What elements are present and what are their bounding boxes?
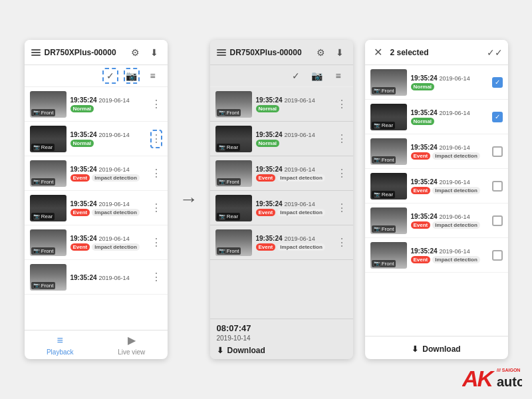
- file-item[interactable]: 📷 Rear 19:35:24 2019-06-14 Normal ⋮: [210, 122, 353, 156]
- file-item[interactable]: 📷 Front 19:35:24 2019-06-14 Event Impact…: [365, 134, 508, 169]
- file-item[interactable]: 📷 Front 19:35:24 2019-06-14 Normal ✓: [365, 65, 508, 100]
- file-time: 19:35:24: [256, 131, 283, 138]
- more-button[interactable]: ⋮: [150, 199, 162, 217]
- tag-impact: Impact detection: [432, 187, 480, 194]
- nav-playback[interactable]: ≡ Playback: [25, 331, 96, 359]
- panel3-download-label: Download: [422, 344, 460, 354]
- thumb-label: 📷 Rear: [31, 144, 55, 151]
- thumb-label: 📷 Front: [217, 109, 241, 116]
- tags: Event Impact detection: [411, 221, 488, 229]
- download-button[interactable]: ⬇ Download: [217, 346, 346, 355]
- hamburger-icon[interactable]: [31, 49, 41, 56]
- checkbox[interactable]: ✓: [492, 77, 503, 88]
- thumb-label: 📷 Rear: [31, 213, 55, 220]
- checkbox[interactable]: ✓: [492, 112, 503, 122]
- liveview-label: Live view: [118, 348, 145, 356]
- file-date: 2019-06-14: [285, 132, 315, 138]
- thumbnail: 📷 Front: [215, 91, 252, 118]
- tags: Normal: [256, 140, 332, 147]
- tag-normal: Normal: [256, 105, 280, 112]
- file-item[interactable]: 📷 Front 19:35:24 2019-06-14 Event Impact…: [365, 238, 508, 273]
- file-item[interactable]: 📷 Front 19:35:24 2019-06-14 ⋮: [25, 260, 168, 295]
- download-icon[interactable]: ⬇: [148, 46, 161, 59]
- checkbox[interactable]: [492, 215, 503, 226]
- more-button[interactable]: ⋮: [150, 164, 162, 183]
- file-item[interactable]: 📷 Front 19:35:24 2019-06-14 Normal ⋮: [210, 87, 353, 122]
- panel2-file-list: 📷 Front 19:35:24 2019-06-14 Normal ⋮ 📷 R…: [210, 87, 353, 319]
- file-info: 19:35:24 2019-06-14 Normal: [70, 130, 146, 147]
- file-item[interactable]: 📷 Rear 19:35:24 2019-06-14 Event Impact …: [365, 169, 508, 203]
- tags: Event Impact detection: [411, 187, 488, 194]
- more-button[interactable]: ⋮: [336, 199, 348, 217]
- more-button[interactable]: ⋮: [150, 130, 162, 148]
- more-button[interactable]: ⋮: [150, 268, 162, 287]
- tag-normal: Normal: [70, 140, 94, 147]
- file-date: 2019-06-14: [285, 166, 315, 173]
- thumbnail: 📷 Rear: [370, 173, 407, 200]
- tag-impact: Impact detection: [432, 221, 480, 229]
- checkbox[interactable]: [492, 181, 503, 192]
- tag-event: Event: [411, 187, 431, 194]
- settings-icon[interactable]: ⚙: [315, 46, 328, 59]
- file-item[interactable]: 📷 Rear 19:35:24 2019-06-14 Normal ⋮: [25, 122, 168, 156]
- file-item[interactable]: 📷 Rear 19:35:24 2019-06-14 Event Impact …: [25, 191, 168, 225]
- bottom-nav: ≡ Playback ▶ Live view: [25, 330, 168, 359]
- more-button[interactable]: ⋮: [150, 95, 162, 114]
- tags: Normal: [411, 83, 488, 90]
- tags: Event Impact detection: [411, 152, 488, 160]
- more-button[interactable]: ⋮: [336, 233, 348, 252]
- playback-icon: ≡: [57, 334, 63, 346]
- file-item[interactable]: 📷 Rear 19:35:24 2019-06-14 Normal ✓: [365, 100, 508, 134]
- tag-event: Event: [70, 243, 90, 251]
- file-time: 19:35:24: [256, 200, 283, 207]
- close-icon[interactable]: ✕: [372, 46, 385, 59]
- file-item[interactable]: 📷 Front 19:35:24 2019-06-14 Event Impact…: [25, 225, 168, 260]
- panel3-download-button[interactable]: ⬇ Download: [412, 344, 460, 354]
- file-info: 19:35:24 2019-06-14 Normal: [256, 96, 332, 112]
- file-info: 19:35:24 2019-06-14 Event Impact detecti…: [411, 247, 488, 263]
- more-button[interactable]: ⋮: [150, 233, 162, 252]
- more-button[interactable]: ⋮: [336, 130, 348, 148]
- thumb-label: 📷 Front: [31, 109, 56, 116]
- thumbnail: 📷 Rear: [30, 195, 66, 221]
- check-icon[interactable]: ✓: [288, 68, 304, 84]
- camera-filter-icon[interactable]: 📷: [124, 68, 140, 84]
- file-item[interactable]: 📷 Rear 19:35:24 2019-06-14 Event Impact …: [210, 191, 353, 225]
- thumb-label: 📷 Front: [372, 225, 396, 233]
- panel1-header-left: DR750XPlus-00000: [31, 48, 116, 57]
- settings-icon[interactable]: ⚙: [129, 46, 142, 59]
- file-info: 19:35:24 2019-06-14: [70, 273, 146, 281]
- checkbox[interactable]: [492, 250, 503, 261]
- file-item[interactable]: 📷 Front 19:35:24 2019-06-14 Event Impact…: [25, 156, 168, 191]
- thumb-label: 📷 Rear: [217, 144, 241, 151]
- panel1-header-icons: ⚙ ⬇: [129, 46, 161, 59]
- nav-liveview[interactable]: ▶ Live view: [96, 331, 168, 359]
- filter-icon[interactable]: ≡: [331, 68, 346, 84]
- file-item[interactable]: 📷 Front 19:35:24 2019-06-14 Normal ⋮: [25, 87, 168, 122]
- more-button[interactable]: ⋮: [336, 95, 348, 114]
- panel-2: DR750XPlus-00000 ⚙ ⬇ ✓ 📷 ≡ 📷 Front 19:35…: [210, 40, 353, 359]
- file-item[interactable]: 📷 Front 19:35:24 2019-06-14 Event Impact…: [365, 203, 508, 238]
- more-button[interactable]: ⋮: [336, 164, 348, 183]
- download-icon[interactable]: ⬇: [333, 46, 346, 59]
- hamburger-icon[interactable]: [217, 49, 226, 56]
- panel1-header: DR750XPlus-00000 ⚙ ⬇: [25, 40, 168, 65]
- filter-icon[interactable]: ≡: [145, 68, 161, 84]
- tag-impact: Impact detection: [92, 243, 140, 251]
- file-time: 19:35:24: [70, 166, 97, 173]
- panel3-header: ✕ 2 selected ✓✓: [365, 40, 508, 65]
- checkbox[interactable]: [492, 146, 503, 157]
- tag-event: Event: [411, 221, 431, 229]
- file-item[interactable]: 📷 Front 19:35:24 2019-06-14 Event Impact…: [210, 225, 353, 260]
- thumb-label: 📷 Front: [31, 178, 56, 186]
- tag-impact: Impact detection: [92, 174, 140, 182]
- panel2-toolbar: ✓ 📷 ≡: [210, 65, 353, 87]
- camera-filter-icon[interactable]: 📷: [309, 68, 325, 84]
- check-all-icon[interactable]: ✓✓: [488, 46, 501, 59]
- tag-normal: Normal: [411, 83, 435, 90]
- check-icon[interactable]: ✓: [102, 68, 118, 84]
- file-time: 19:35:24: [256, 96, 283, 104]
- tag-event: Event: [70, 174, 90, 182]
- panel2-header: DR750XPlus-00000 ⚙ ⬇: [210, 40, 353, 65]
- file-item[interactable]: 📷 Front 19:35:24 2019-06-14 Event Impact…: [210, 156, 353, 191]
